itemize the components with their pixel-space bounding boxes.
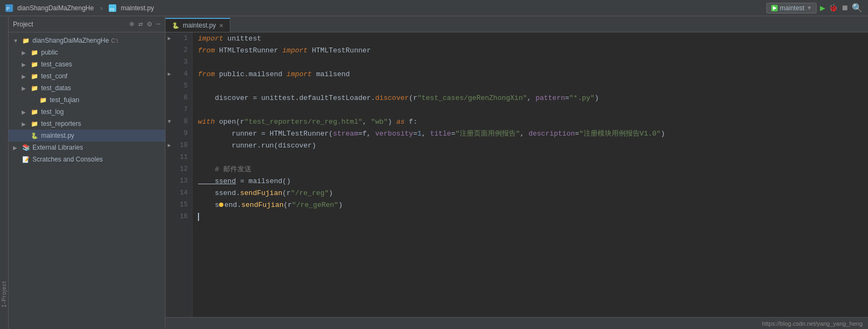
folder-icon-test-datas: 📁 [30, 84, 39, 92]
stop-button[interactable]: ⏹ [841, 4, 849, 12]
sidebar-minimize-icon[interactable]: − [156, 20, 161, 29]
run-config-icon [771, 5, 778, 11]
tree-item-maintest[interactable]: ▶ 🐍 maintest.py [9, 130, 165, 142]
folder-icon-test-cases: 📁 [30, 60, 39, 69]
title-bar: P dianShangDaiMaZhengHe › py maintest.py… [0, 0, 868, 16]
tree-label-root: dianShangDaiMaZhengHe [32, 37, 109, 44]
tree-arrow-public: ▶ [22, 50, 30, 56]
file-icon-maintest: 🐍 [30, 131, 39, 140]
tree-item-public[interactable]: ▶ 📁 public [9, 46, 165, 58]
code-line-3 [198, 56, 868, 68]
search-button[interactable]: 🔍 [852, 3, 863, 14]
tree-label-test-datas: test_datas [41, 84, 71, 92]
line-3: 3 [165, 56, 192, 68]
code-line-8: with open(r"test_reporters/re_reg.html",… [198, 116, 868, 127]
folder-icon-test-conf: 📁 [30, 72, 39, 80]
scratch-icon: 📝 [22, 155, 30, 164]
tree-item-test-log[interactable]: ▶ 📁 test_log [9, 106, 165, 118]
side-label-text: 1-Project [1, 281, 7, 307]
sidebar-title: Project [13, 21, 125, 28]
tree-label-public: public [41, 49, 58, 56]
tree-label-maintest: maintest.py [41, 132, 74, 139]
tree-label-test-cases: test_cases [41, 61, 72, 68]
title-bar-right: maintest ▼ ▶ 🐞 ⏹ 🔍 [766, 3, 863, 14]
code-line-10: runner.run(discover) [198, 139, 868, 151]
fold-arrow-4[interactable]: ▶ [168, 71, 171, 77]
line-number-gutter: ▶ 1 2 3 ▶ 4 5 6 7 ▼ 8 9 ▶ 10 [165, 32, 193, 317]
line-2: 2 [165, 44, 192, 56]
tree-item-test-datas[interactable]: ▶ 📁 test_datas [9, 82, 165, 94]
status-bar: https://blog.csdn.net/yang_yang_heng [165, 317, 868, 329]
sidebar-settings-icon[interactable]: ⚙ [147, 19, 151, 29]
tree-item-test-fujian[interactable]: ▶ 📁 test_fujian [9, 94, 165, 106]
debug-button[interactable]: 🐞 [829, 3, 838, 12]
cursor [198, 213, 203, 221]
tree-item-scratches[interactable]: ▶ 📝 Scratches and Consoles [9, 153, 165, 165]
code-line-13: ssend = mailsend() [198, 175, 868, 187]
file-tab-icon: py [109, 4, 116, 12]
code-line-2: from HTMLTestRunner import HTMLTestRunne… [198, 44, 868, 56]
code-line-15: send.sendFujian(r"/re_geRen") [198, 199, 868, 211]
folder-icon-test-log: 📁 [30, 108, 39, 116]
line-11: 11 [165, 151, 192, 163]
editor-area: 🐍 maintest.py ✕ ▶ 1 2 3 ▶ 4 5 6 [165, 16, 868, 329]
svg-text:py: py [110, 6, 114, 11]
tabs-bar: 🐍 maintest.py ✕ [165, 16, 868, 32]
line-12: 12 [165, 163, 192, 175]
folder-icon-test-reporters: 📁 [30, 119, 39, 128]
tree-label-scratches: Scratches and Consoles [32, 156, 103, 163]
code-line-1: import unittest [198, 32, 868, 44]
warning-dot-15 [219, 203, 223, 207]
status-url: https://blog.csdn.net/yang_yang_heng [762, 320, 863, 327]
tree-item-root[interactable]: ▼ 📁 dianShangDaiMaZhengHe C:\ [9, 35, 165, 46]
code-line-6: discover = unittest.defaultTestLoader.di… [198, 92, 868, 104]
code-line-16 [198, 211, 868, 223]
tree-item-test-cases[interactable]: ▶ 📁 test_cases [9, 58, 165, 70]
fold-arrow-8[interactable]: ▼ [168, 119, 171, 125]
code-content[interactable]: import unittest from HTMLTestRunner impo… [193, 32, 868, 317]
tree-label-external-libs: External Libraries [32, 144, 83, 151]
tree-label-test-reporters: test_reporters [41, 120, 81, 127]
folder-icon-public: 📁 [30, 48, 39, 57]
sidebar-header-icons: ⊕ ⇄ ⚙ − [129, 19, 161, 29]
tree-item-test-reporters[interactable]: ▶ 📁 test_reporters [9, 118, 165, 130]
project-sidebar: Project ⊕ ⇄ ⚙ − ▼ 📁 dianShangDaiMaZhengH… [9, 16, 165, 329]
tab-maintest[interactable]: 🐍 maintest.py ✕ [165, 18, 230, 32]
sidebar-add-icon[interactable]: ⊕ [129, 19, 134, 29]
line-9: 9 [165, 127, 192, 139]
tree-arrow-test-conf: ▶ [22, 73, 30, 79]
code-editor[interactable]: ▶ 1 2 3 ▶ 4 5 6 7 ▼ 8 9 ▶ 10 [165, 32, 868, 317]
side-label: 1-Project [0, 16, 9, 329]
tree-item-external-libs[interactable]: ▶ 📚 External Libraries [9, 142, 165, 153]
tab-label: maintest.py [183, 22, 216, 29]
line-1: ▶ 1 [165, 32, 192, 44]
line-15: 15 [165, 199, 192, 211]
tab-close-button[interactable]: ✕ [219, 23, 223, 29]
tree-label-test-conf: test_conf [41, 72, 68, 80]
project-icon: P [5, 4, 13, 12]
fold-arrow-10[interactable]: ▶ [168, 142, 171, 149]
tree-label-root-extra: C:\ [111, 38, 118, 44]
tab-file-icon: 🐍 [172, 22, 180, 29]
run-config-selector[interactable]: maintest ▼ [766, 3, 817, 14]
sidebar-sync-icon[interactable]: ⇄ [138, 19, 143, 29]
code-line-7 [198, 104, 868, 116]
fold-arrow-1[interactable]: ▶ [168, 35, 171, 42]
line-6: 6 [165, 92, 192, 104]
line-10: ▶ 10 [165, 139, 192, 151]
run-button[interactable]: ▶ [820, 3, 825, 14]
title-bar-left: P dianShangDaiMaZhengHe › py maintest.py [5, 4, 766, 12]
sidebar-header: Project ⊕ ⇄ ⚙ − [9, 16, 165, 32]
main-area: 1-Project Project ⊕ ⇄ ⚙ − ▼ 📁 dianShangD… [0, 16, 868, 329]
code-line-4: from public.mailsend import mailsend [198, 68, 868, 80]
line-16: 16 [165, 211, 192, 223]
code-line-14: ssend.sendFujian(r"/re_reg") [198, 187, 868, 199]
project-name: dianShangDaiMaZhengHe [17, 4, 94, 12]
code-line-12: # 邮件发送 [198, 163, 868, 175]
title-filename: maintest.py [121, 4, 154, 12]
tree-label-test-log: test_log [41, 108, 64, 116]
line-5: 5 [165, 80, 192, 92]
tree-item-test-conf[interactable]: ▶ 📁 test_conf [9, 70, 165, 82]
sidebar-tree: ▼ 📁 dianShangDaiMaZhengHe C:\ ▶ 📁 public… [9, 32, 165, 329]
tree-label-test-fujian: test_fujian [50, 96, 79, 104]
